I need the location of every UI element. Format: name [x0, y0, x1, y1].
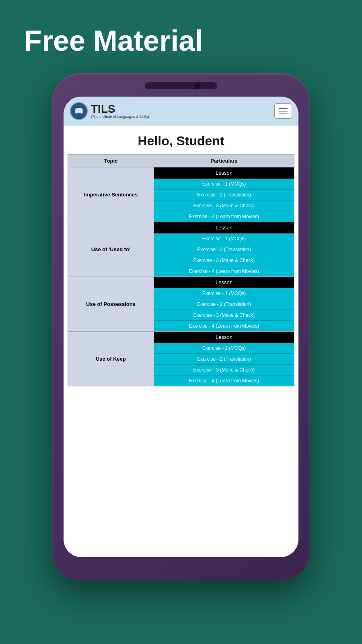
row-0-item-0: Lesson: [154, 167, 294, 179]
topic-cell-1: Use of 'Used to': [68, 222, 154, 277]
particulars-cell-3: LessonExercise - 1 (MCQs)Exercise - 2 (T…: [154, 332, 294, 386]
phone-camera: [194, 84, 200, 89]
row-0-item-1[interactable]: Exercise - 1 (MCQs): [154, 179, 294, 190]
table-row: Imperative SentencesLessonExercise - 1 (…: [68, 167, 294, 222]
nav-logo: 📖 TILS (The Institute of Languages & Ski…: [70, 102, 149, 120]
row-3-item-4[interactable]: Exercise - 4 (Learn from Movies): [154, 376, 294, 386]
row-0-item-3[interactable]: Exercise - 3 (Make & Check): [154, 200, 294, 211]
table-row: Use of PossessionsLessonExercise - 1 (MC…: [68, 277, 294, 332]
hamburger-line-3: [279, 114, 288, 114]
logo-icon: 📖: [70, 102, 88, 120]
greeting-heading: Hello, Student: [64, 126, 298, 154]
row-1-item-1[interactable]: Exercise - 1 (MCQs): [154, 233, 294, 244]
row-2-item-0: Lesson: [154, 277, 294, 288]
topic-cell-0: Imperative Sentences: [68, 167, 154, 222]
screen-content: Hello, Student Topic Particulars Imperat…: [64, 126, 298, 557]
row-2-item-2[interactable]: Exercise - 2 (Translation): [154, 299, 294, 310]
row-1-item-0: Lesson: [154, 222, 294, 233]
row-2-item-1[interactable]: Exercise - 1 (MCQs): [154, 288, 294, 299]
topic-cell-2: Use of Possessions: [68, 277, 154, 332]
table-row: Use of KeepLessonExercise - 1 (MCQs)Exer…: [68, 332, 294, 386]
logo-tils-text: TILS: [91, 103, 149, 115]
particulars-cell-0: LessonExercise - 1 (MCQs)Exercise - 2 (T…: [154, 167, 294, 222]
col-header-particulars: Particulars: [154, 155, 294, 167]
hamburger-line-2: [279, 111, 288, 111]
course-table: Topic Particulars Imperative SentencesLe…: [68, 154, 294, 386]
row-0-item-2[interactable]: Exercise - 2 (Translation): [154, 190, 294, 200]
phone-screen: 📖 TILS (The Institute of Languages & Ski…: [64, 97, 298, 557]
row-2-item-3[interactable]: Exercise - 3 (Make & Check): [154, 310, 294, 321]
logo-text-block: TILS (The Institute of Languages & Skill…: [91, 103, 149, 119]
topic-cell-3: Use of Keep: [68, 332, 154, 386]
row-3-item-1[interactable]: Exercise - 1 (MCQs): [154, 343, 294, 354]
row-1-item-2[interactable]: Exercise - 2 (Translation): [154, 244, 294, 255]
particulars-cell-1: LessonExercise - 1 (MCQs)Exercise - 2 (T…: [154, 222, 294, 277]
phone-notch: [145, 82, 217, 89]
table-row: Use of 'Used to'LessonExercise - 1 (MCQs…: [68, 222, 294, 277]
col-header-topic: Topic: [68, 155, 154, 167]
row-1-item-3[interactable]: Exercise - 3 (Make & Check): [154, 255, 294, 266]
row-3-item-2[interactable]: Exercise - 2 (Translation): [154, 354, 294, 365]
hamburger-menu-button[interactable]: [274, 103, 292, 119]
row-3-item-3[interactable]: Exercise - 3 (Make & Check): [154, 365, 294, 376]
nav-bar: 📖 TILS (The Institute of Languages & Ski…: [64, 97, 298, 126]
logo-subtitle-text: (The Institute of Languages & Skills): [91, 115, 149, 119]
page-title: Free Material: [0, 24, 362, 57]
row-2-item-4[interactable]: Exercise - 4 (Learn from Movies): [154, 321, 294, 331]
particulars-cell-2: LessonExercise - 1 (MCQs)Exercise - 2 (T…: [154, 277, 294, 332]
hamburger-line-1: [279, 108, 288, 109]
row-1-item-4[interactable]: Exercise - 4 (Learn from Movies): [154, 266, 294, 277]
row-3-item-0: Lesson: [154, 332, 294, 343]
phone-mockup: 📖 TILS (The Institute of Languages & Ski…: [52, 73, 310, 580]
row-0-item-4[interactable]: Exercise - 4 (Learn from Movies): [154, 211, 294, 222]
